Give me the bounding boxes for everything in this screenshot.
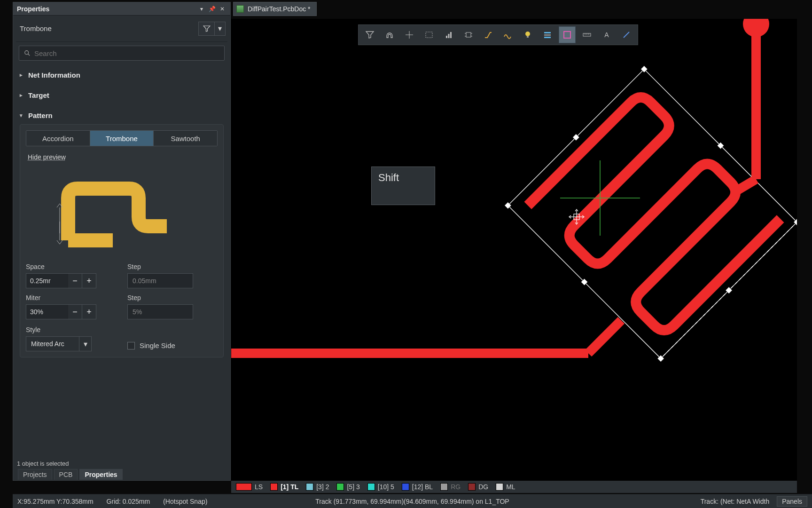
bottom-tab-properties[interactable]: Properties (79, 469, 122, 480)
key-indicator-label: Shift (378, 172, 399, 183)
panel-close-icon[interactable]: ✕ (218, 5, 226, 13)
layer-swatch (468, 483, 476, 491)
svg-point-0 (25, 51, 29, 55)
layer-swatch (270, 483, 278, 491)
trombone-preview-icon (31, 170, 172, 254)
section-target[interactable]: ▸ Target (19, 88, 225, 102)
panel-menu-icon[interactable]: ▾ (197, 5, 206, 13)
layer-label: DG (478, 483, 488, 491)
svg-rect-23 (446, 36, 447, 38)
svg-rect-25 (450, 32, 452, 38)
layer-swatch (440, 483, 448, 491)
text-icon[interactable]: A (598, 26, 615, 43)
object-filter-combo[interactable]: ▾ (198, 22, 226, 36)
layer-item[interactable]: ML (496, 483, 515, 491)
diffpair-icon[interactable] (500, 26, 516, 43)
space-input[interactable] (26, 273, 68, 288)
search-field[interactable] (34, 49, 219, 57)
miter-step-label: Step (127, 294, 218, 302)
layer-bar: LS[1] TL[3] 2[5] 3[10] 5[12] BLRGDGML (231, 481, 797, 493)
bottom-tab-projects[interactable]: Projects (18, 469, 52, 480)
chevron-right-icon: ▸ (20, 72, 25, 78)
snap-icon[interactable] (381, 26, 398, 43)
layer-item[interactable]: RG (440, 483, 461, 491)
route-icon[interactable] (480, 26, 497, 43)
section-pattern[interactable]: ▾ Pattern (19, 109, 225, 122)
svg-rect-36 (564, 32, 570, 38)
space-increment-button[interactable]: + (82, 273, 96, 288)
pattern-body: Accordion Trombone Sawtooth Hide preview (20, 124, 224, 357)
panel-bottom-tabs: Projects PCB Properties (16, 468, 125, 480)
section-net-information[interactable]: ▸ Net Information (19, 68, 225, 82)
key-indicator: Shift (371, 167, 435, 205)
status-grid: Grid: 0.025mm (107, 498, 150, 505)
tab-accordion[interactable]: Accordion (26, 131, 90, 146)
hide-preview-link[interactable]: Hide preview (26, 153, 66, 161)
layer-item[interactable]: [10] 5 (367, 483, 394, 491)
layer-item[interactable]: [1] TL (270, 483, 298, 491)
measure-icon[interactable] (578, 26, 595, 43)
space-label: Space (26, 263, 116, 270)
svg-rect-8 (794, 219, 797, 225)
search-input[interactable] (19, 46, 225, 61)
object-type-label: Trombone (20, 24, 198, 32)
crosshair-icon[interactable] (401, 26, 418, 43)
panel-pin-icon[interactable]: 📌 (208, 5, 216, 13)
rectangle-icon[interactable] (421, 26, 437, 43)
miter-label: Miter (26, 294, 116, 302)
single-side-checkbox[interactable]: Single Side (127, 341, 218, 351)
miter-step-input[interactable] (127, 304, 193, 319)
tab-trombone[interactable]: Trombone (90, 131, 154, 146)
checkbox-box (127, 342, 135, 349)
highlight-icon[interactable] (559, 26, 576, 43)
layer-swatch (367, 483, 375, 491)
layer-label: [1] TL (281, 483, 298, 491)
filter-icon[interactable] (361, 26, 378, 43)
miter-decrement-button[interactable]: − (68, 304, 82, 319)
svg-rect-22 (426, 32, 432, 38)
miter-increment-button[interactable]: + (82, 304, 96, 319)
layer-swatch (306, 483, 313, 491)
miter-input[interactable] (26, 304, 68, 319)
tab-sawtooth[interactable]: Sawtooth (154, 131, 217, 146)
panel-title: Properties (17, 5, 195, 13)
chevron-down-icon[interactable]: ▾ (79, 337, 91, 351)
svg-rect-33 (544, 32, 551, 33)
document-tab[interactable]: DiffPairTest.PcbDoc * (233, 2, 317, 16)
status-right-info: Track: (Net: NetA Width (701, 498, 770, 505)
section-label: Target (28, 91, 49, 99)
svg-rect-34 (544, 34, 551, 36)
layer-item[interactable]: [5] 3 (336, 483, 359, 491)
layerstack-icon[interactable] (539, 26, 556, 43)
layer-swatch (336, 483, 344, 491)
style-label: Style (26, 326, 116, 333)
layer-label: [5] 3 (347, 483, 359, 491)
object-type-row: Trombone ▾ (16, 16, 227, 42)
layer-item[interactable]: LS (236, 483, 263, 491)
bulb-icon[interactable] (519, 26, 536, 43)
status-track-info: Track (91.773mm, 69.994mm)(94.609mm, 69.… (315, 498, 509, 505)
funnel-icon[interactable] (199, 22, 215, 35)
chevron-right-icon: ▸ (20, 92, 25, 98)
panels-button[interactable]: Panels (777, 496, 807, 507)
pcb-canvas[interactable] (231, 19, 797, 481)
layer-label: LS (255, 483, 263, 491)
svg-point-31 (525, 32, 530, 36)
layer-swatch (402, 483, 409, 491)
align-icon[interactable] (440, 26, 457, 43)
component-icon[interactable] (460, 26, 477, 43)
space-step-input[interactable] (127, 273, 193, 288)
layer-label: ML (506, 483, 515, 491)
pattern-type-segmented: Accordion Trombone Sawtooth (26, 130, 218, 146)
chevron-down-icon[interactable]: ▾ (215, 22, 225, 35)
status-coords: X:95.275mm Y:70.358mm (17, 498, 94, 505)
layer-item[interactable]: [3] 2 (306, 483, 329, 491)
layer-item[interactable]: DG (468, 483, 488, 491)
space-decrement-button[interactable]: − (68, 273, 82, 288)
line-icon[interactable] (618, 26, 635, 43)
bottom-tab-pcb[interactable]: PCB (54, 469, 78, 480)
layer-label: [10] 5 (378, 483, 394, 491)
section-label: Pattern (28, 111, 53, 119)
layer-item[interactable]: [12] BL (402, 483, 433, 491)
style-select[interactable]: Mitered Arc ▾ (26, 336, 92, 351)
